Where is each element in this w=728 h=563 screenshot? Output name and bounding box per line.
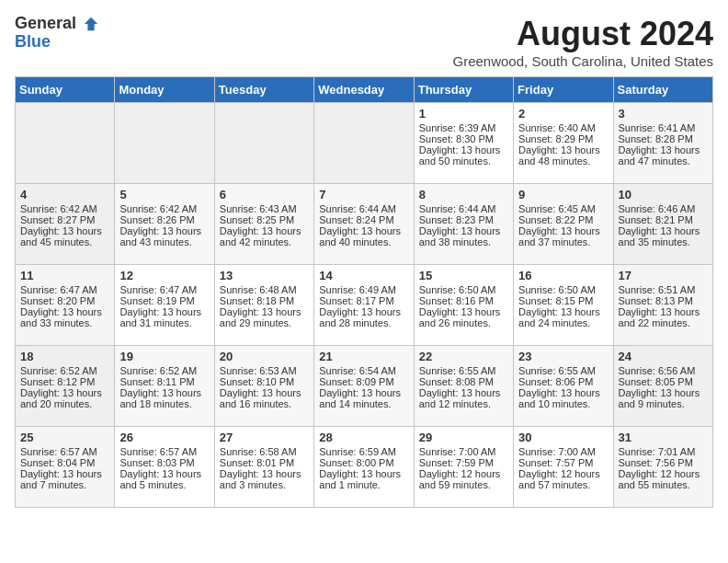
column-header-thursday: Thursday xyxy=(414,77,513,103)
day-number: 11 xyxy=(20,269,109,282)
day-number: 27 xyxy=(220,431,309,444)
calendar-cell: 11Sunrise: 6:47 AMSunset: 8:20 PMDayligh… xyxy=(16,265,115,346)
calendar-cell: 23Sunrise: 6:55 AMSunset: 8:06 PMDayligh… xyxy=(514,346,613,427)
calendar-cell: 21Sunrise: 6:54 AMSunset: 8:09 PMDayligh… xyxy=(314,346,414,427)
day-number: 30 xyxy=(518,431,608,444)
sunset-text: Sunset: 8:28 PM xyxy=(619,133,693,144)
calendar-cell: 18Sunrise: 6:52 AMSunset: 8:12 PMDayligh… xyxy=(16,346,115,427)
daylight-text: Daylight: 13 hours and 40 minutes. xyxy=(319,225,401,247)
calendar-cell: 12Sunrise: 6:47 AMSunset: 8:19 PMDayligh… xyxy=(115,265,214,346)
daylight-text: Daylight: 13 hours and 3 minutes. xyxy=(220,468,301,490)
calendar-cell: 7Sunrise: 6:44 AMSunset: 8:24 PMDaylight… xyxy=(314,184,414,265)
sunrise-text: Sunrise: 6:40 AM xyxy=(518,122,596,133)
calendar-title: August 2024 xyxy=(453,15,714,53)
sunrise-text: Sunrise: 6:42 AM xyxy=(20,203,97,214)
sunrise-text: Sunrise: 6:47 AM xyxy=(119,284,197,295)
sunset-text: Sunset: 7:59 PM xyxy=(419,457,494,468)
daylight-text: Daylight: 13 hours and 42 minutes. xyxy=(220,225,301,247)
calendar-cell xyxy=(115,103,214,184)
day-number: 18 xyxy=(20,350,109,363)
daylight-text: Daylight: 13 hours and 29 minutes. xyxy=(220,306,301,328)
daylight-text: Daylight: 13 hours and 26 minutes. xyxy=(419,306,501,328)
logo: General Blue xyxy=(15,15,99,52)
calendar-subtitle: Greenwood, South Carolina, United States xyxy=(453,53,714,69)
sunrise-text: Sunrise: 6:56 AM xyxy=(619,365,696,376)
sunrise-text: Sunrise: 6:42 AM xyxy=(119,203,197,214)
daylight-text: Daylight: 13 hours and 38 minutes. xyxy=(419,225,501,247)
daylight-text: Daylight: 13 hours and 10 minutes. xyxy=(518,387,600,409)
sunrise-text: Sunrise: 6:59 AM xyxy=(319,446,396,457)
column-header-saturday: Saturday xyxy=(613,77,712,103)
calendar-cell: 5Sunrise: 6:42 AMSunset: 8:26 PMDaylight… xyxy=(115,184,214,265)
day-number: 2 xyxy=(518,107,608,121)
calendar-cell: 13Sunrise: 6:48 AMSunset: 8:18 PMDayligh… xyxy=(214,265,313,346)
day-number: 31 xyxy=(619,431,708,444)
sunrise-text: Sunrise: 6:54 AM xyxy=(319,365,396,376)
logo-icon xyxy=(83,16,99,32)
sunset-text: Sunset: 8:16 PM xyxy=(419,295,494,306)
sunset-text: Sunset: 8:13 PM xyxy=(619,295,693,306)
daylight-text: Daylight: 12 hours and 59 minutes. xyxy=(419,468,501,490)
daylight-text: Daylight: 13 hours and 50 minutes. xyxy=(419,144,501,167)
calendar-header-row: SundayMondayTuesdayWednesdayThursdayFrid… xyxy=(16,77,713,103)
sunset-text: Sunset: 8:23 PM xyxy=(419,214,494,225)
sunrise-text: Sunrise: 6:52 AM xyxy=(20,365,97,376)
sunrise-text: Sunrise: 6:53 AM xyxy=(220,365,297,376)
sunset-text: Sunset: 8:20 PM xyxy=(20,295,95,306)
calendar-cell: 1Sunrise: 6:39 AMSunset: 8:30 PMDaylight… xyxy=(414,103,513,184)
day-number: 21 xyxy=(319,350,408,363)
day-number: 29 xyxy=(419,431,508,444)
sunset-text: Sunset: 8:04 PM xyxy=(20,457,95,468)
sunset-text: Sunset: 8:17 PM xyxy=(319,295,393,306)
column-header-friday: Friday xyxy=(514,77,613,103)
daylight-text: Daylight: 13 hours and 9 minutes. xyxy=(619,387,700,409)
calendar-week-row: 1Sunrise: 6:39 AMSunset: 8:30 PMDaylight… xyxy=(16,103,713,184)
calendar-week-row: 18Sunrise: 6:52 AMSunset: 8:12 PMDayligh… xyxy=(16,346,713,427)
sunrise-text: Sunrise: 6:55 AM xyxy=(518,365,596,376)
sunrise-text: Sunrise: 7:00 AM xyxy=(518,446,596,457)
sunrise-text: Sunrise: 6:51 AM xyxy=(619,284,696,295)
sunrise-text: Sunrise: 6:58 AM xyxy=(220,446,297,457)
calendar-cell: 9Sunrise: 6:45 AMSunset: 8:22 PMDaylight… xyxy=(514,184,613,265)
daylight-text: Daylight: 13 hours and 37 minutes. xyxy=(518,225,600,247)
daylight-text: Daylight: 13 hours and 12 minutes. xyxy=(419,387,501,409)
logo-text-general: General xyxy=(15,14,76,32)
day-number: 8 xyxy=(419,188,508,201)
sunset-text: Sunset: 8:09 PM xyxy=(319,376,393,387)
sunset-text: Sunset: 8:18 PM xyxy=(220,295,294,306)
calendar-cell: 4Sunrise: 6:42 AMSunset: 8:27 PMDaylight… xyxy=(16,184,115,265)
sunset-text: Sunset: 8:08 PM xyxy=(419,376,494,387)
sunrise-text: Sunrise: 6:49 AM xyxy=(319,284,396,295)
calendar-cell: 19Sunrise: 6:52 AMSunset: 8:11 PMDayligh… xyxy=(115,346,214,427)
sunrise-text: Sunrise: 6:57 AM xyxy=(119,446,197,457)
sunrise-text: Sunrise: 6:48 AM xyxy=(220,284,297,295)
calendar-week-row: 25Sunrise: 6:57 AMSunset: 8:04 PMDayligh… xyxy=(16,427,713,508)
daylight-text: Daylight: 13 hours and 28 minutes. xyxy=(319,306,401,328)
day-number: 19 xyxy=(119,350,209,363)
day-number: 17 xyxy=(619,269,708,282)
sunset-text: Sunset: 8:30 PM xyxy=(419,133,494,144)
calendar-cell: 6Sunrise: 6:43 AMSunset: 8:25 PMDaylight… xyxy=(214,184,313,265)
sunrise-text: Sunrise: 6:39 AM xyxy=(419,122,496,133)
svg-marker-0 xyxy=(85,17,97,30)
day-number: 7 xyxy=(319,188,408,201)
day-number: 23 xyxy=(518,350,608,363)
day-number: 12 xyxy=(119,269,209,282)
daylight-text: Daylight: 13 hours and 5 minutes. xyxy=(119,468,201,490)
calendar-cell xyxy=(314,103,414,184)
sunset-text: Sunset: 7:57 PM xyxy=(518,457,593,468)
calendar-cell: 20Sunrise: 6:53 AMSunset: 8:10 PMDayligh… xyxy=(214,346,313,427)
sunset-text: Sunset: 8:03 PM xyxy=(119,457,194,468)
sunrise-text: Sunrise: 6:57 AM xyxy=(20,446,97,457)
daylight-text: Daylight: 13 hours and 20 minutes. xyxy=(20,387,102,409)
calendar-cell: 29Sunrise: 7:00 AMSunset: 7:59 PMDayligh… xyxy=(414,427,513,508)
sunrise-text: Sunrise: 6:55 AM xyxy=(419,365,496,376)
sunset-text: Sunset: 8:06 PM xyxy=(518,376,593,387)
calendar-cell: 3Sunrise: 6:41 AMSunset: 8:28 PMDaylight… xyxy=(613,103,712,184)
calendar-cell xyxy=(214,103,313,184)
calendar-cell: 25Sunrise: 6:57 AMSunset: 8:04 PMDayligh… xyxy=(16,427,115,508)
day-number: 20 xyxy=(220,350,309,363)
sunset-text: Sunset: 8:29 PM xyxy=(518,133,593,144)
sunrise-text: Sunrise: 6:44 AM xyxy=(319,203,396,214)
daylight-text: Daylight: 13 hours and 31 minutes. xyxy=(119,306,201,328)
